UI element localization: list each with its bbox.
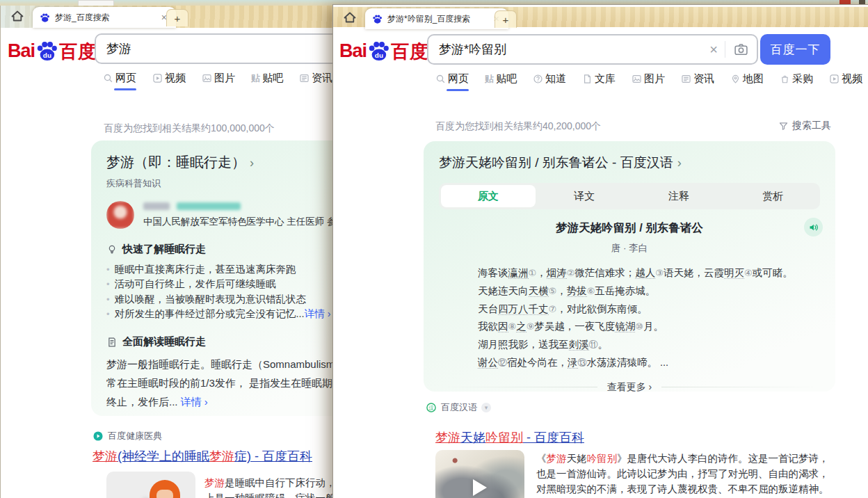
search-tools[interactable]: 搜索工具	[778, 120, 831, 132]
search-icon	[435, 74, 446, 84]
card-title[interactable]: 梦游（即：睡眠行走）›	[106, 153, 333, 172]
quick-section-header: 快速了解睡眠行走	[106, 243, 333, 256]
search-input[interactable]: 梦游*吟留别 ×	[427, 34, 758, 65]
source-row: 百度健康医典	[93, 430, 162, 442]
search-submit-button[interactable]: 百度一下	[760, 34, 830, 65]
view-more-row: 查看更多 ›	[439, 381, 820, 392]
source-row: 汉 百度汉语 ▾	[426, 401, 491, 414]
poem-tab[interactable]: 译文	[538, 183, 632, 209]
source-label: 百度汉语	[441, 401, 477, 414]
logo-du-text: du	[43, 51, 51, 59]
bullet-item-last: •对所发生的事件经过部分或完全没有记忆...详情 ›	[106, 307, 333, 321]
full-section-header: 全面解读睡眠行走	[106, 335, 333, 348]
nav-item-label: 图片	[644, 72, 665, 86]
nav-item[interactable]: 图片	[632, 72, 665, 91]
paragraph-line: 常在主睡眠时段的前1/3发作， 是指发生在睡眠期间的离	[106, 374, 333, 392]
nav-item-label: 网页	[448, 72, 469, 86]
baidu-paw-icon: du	[367, 40, 390, 63]
result-thumbnail-video[interactable]	[106, 472, 195, 498]
page-right: Bai du 百度 梦游*吟留别 × 百度一下	[333, 27, 868, 498]
document-icon	[106, 337, 118, 348]
view-more-link[interactable]: 查看更多 ›	[597, 381, 662, 392]
search-query-text[interactable]: 梦游*吟留别	[428, 41, 702, 58]
nav-item[interactable]: 网页	[103, 72, 136, 90]
home-icon	[10, 9, 24, 26]
chevron-down-icon[interactable]: ▾	[481, 403, 491, 412]
nav-item-label: 地图	[743, 72, 764, 86]
result-title-link[interactable]: 梦游天姥吟留别 - 百度百科	[435, 429, 584, 446]
poem-tab[interactable]: 赏析	[726, 183, 821, 209]
bullet-text: 活动可自行终止，发作后可继续睡眠	[115, 277, 276, 291]
baidu-logo[interactable]: Bai du 百度	[339, 38, 428, 61]
browser-window-right: 梦游*吟留别_百度搜索 × + Bai du 百度 梦游*吟留别	[332, 4, 868, 498]
result-thumbnail-video[interactable]	[435, 450, 524, 498]
results-count: 百度为您找到相关结果约100,000,000个	[104, 122, 275, 135]
detail-link[interactable]: 详情 ›	[305, 307, 331, 321]
browser-tab[interactable]: 梦游_百度搜索 ×	[33, 7, 176, 28]
question-icon	[533, 74, 543, 84]
nav-item-label: 资讯	[312, 72, 332, 85]
image-icon	[632, 74, 642, 84]
description-line: 梦游是睡眠中自行下床行动，而	[204, 476, 333, 491]
tab-title: 梦游_百度搜索	[55, 12, 110, 24]
hanyu-poem-card: 梦游天姥吟留别 / 别东鲁诸公 - 百度汉语› 原文译文注释赏析 梦游天姥吟留别…	[424, 141, 835, 392]
nav-item[interactable]: 资讯	[299, 72, 332, 90]
bullet-item: •难以唤醒，当被唤醒时表现为意识错乱状态	[106, 292, 333, 307]
symptom-bullets: •睡眠中直接离床行走，甚至迅速离床奔跑•活动可自行终止，发作后可继续睡眠•难以唤…	[106, 262, 333, 307]
tieba-icon: 贴	[485, 74, 494, 83]
home-icon	[343, 10, 357, 27]
image-icon	[202, 73, 212, 83]
nav-item[interactable]: 资讯	[681, 72, 714, 91]
search-input[interactable]: 梦游	[95, 33, 333, 64]
poem-title: 梦游天姥吟留别 / 别东鲁诸公	[439, 220, 820, 236]
poem-tab[interactable]: 注释	[632, 183, 726, 209]
search-query-text[interactable]: 梦游	[96, 40, 333, 57]
bullet-item: •活动可自行终止，发作后可继续睡眠	[106, 277, 333, 291]
full-section-title: 全面解读睡眠行走	[122, 335, 206, 348]
nav-item-label: 知道	[545, 72, 566, 86]
expert-affiliation: 中国人民解放军空军特色医学中心 主任医师 参与	[143, 216, 333, 228]
quick-section-title: 快速了解睡眠行走	[122, 243, 206, 256]
nav-item[interactable]: 网页	[435, 72, 469, 91]
result-title-link[interactable]: 梦游(神经学上的睡眠梦游症) - 百度百科	[93, 448, 312, 465]
camera-search-icon[interactable]	[725, 42, 757, 57]
nav-item[interactable]: 采购	[780, 72, 813, 91]
new-tab-button[interactable]: +	[166, 9, 188, 26]
nav-item[interactable]: 知道	[533, 72, 566, 91]
baidu-hanyu-icon: 汉	[426, 402, 437, 413]
nav-item[interactable]: 贴 贴吧	[251, 72, 283, 90]
chevron-right-icon: ›	[250, 156, 254, 170]
nav-item[interactable]: 视频	[829, 72, 862, 91]
card-title[interactable]: 梦游天姥吟留别 / 别东鲁诸公 - 百度汉语›	[439, 154, 820, 172]
map-icon	[730, 74, 741, 84]
avatar[interactable]	[106, 201, 134, 229]
nav-item-label: 视频	[842, 72, 862, 86]
poem-tab[interactable]: 原文	[441, 185, 536, 207]
nav-item-label: 资讯	[693, 72, 714, 86]
nav-item-label: 贴吧	[496, 72, 517, 86]
poem-line: 天姥连天向天横⑤，势拔⑥五岳掩赤城。	[478, 282, 820, 300]
source-label: 百度健康医典	[108, 430, 162, 442]
home-button[interactable]	[341, 10, 358, 27]
new-tab-button[interactable]: +	[495, 10, 517, 28]
chevron-right-icon: ›	[677, 156, 682, 170]
clear-search-icon[interactable]: ×	[702, 42, 725, 58]
result-description: 梦游是睡眠中自行下床行动，而上是一种睡眠障碍，症状一般为会离开居所或做出一些危险…	[204, 476, 333, 498]
nav-item[interactable]: 图片	[202, 72, 235, 90]
expert-row: 中国人民解放军空军特色医学中心 主任医师 参与	[106, 201, 333, 229]
poem-tabs: 原文译文注释赏析	[439, 183, 820, 209]
nav-item[interactable]: 文库	[582, 72, 616, 91]
poem-line: 我欲因⑧之⑨梦吴越，一夜飞度镜湖⑩月。	[478, 318, 820, 336]
nav-item[interactable]: 贴 贴吧	[485, 72, 517, 91]
browser-tab[interactable]: 梦游*吟留别_百度搜索 ×	[365, 8, 508, 29]
baidu-logo[interactable]: Bai du 百度	[8, 38, 97, 61]
result-nav: 网页 视频 图片 贴 贴吧 资讯 知	[103, 72, 333, 90]
nav-item[interactable]: 视频	[152, 72, 186, 90]
news-icon	[299, 73, 310, 83]
detail-link-2[interactable]: 详情 ›	[181, 396, 208, 408]
read-aloud-button[interactable]	[804, 218, 823, 236]
tab-bar: 梦游_百度搜索 × +	[1, 6, 333, 28]
nav-item[interactable]: 地图	[730, 72, 764, 91]
home-button[interactable]	[9, 9, 26, 26]
paragraph-line: 梦游一般指睡眠行走。睡眠行走（Somnambulism）是一	[106, 355, 333, 374]
